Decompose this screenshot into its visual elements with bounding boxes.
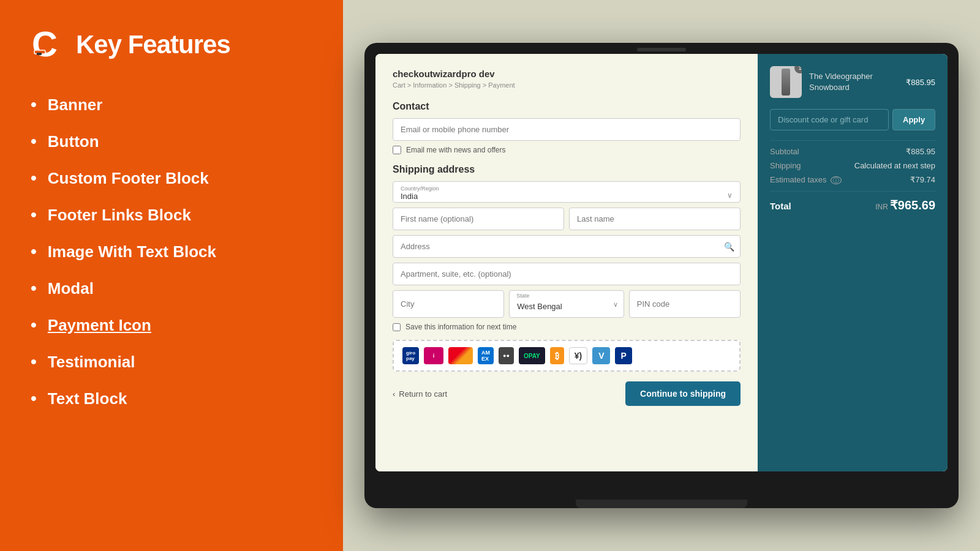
newsletter-row: Email me with news and offers (393, 146, 741, 154)
total-amount: INR₹965.69 (875, 198, 935, 212)
country-value: India (401, 192, 733, 201)
tax-row: Estimated taxes ⓘ ₹79.74 (770, 175, 935, 185)
bitcoin-icon: ₿ (550, 347, 564, 364)
paypal-icon: P (615, 347, 631, 364)
summary-divider (770, 140, 935, 141)
name-row (393, 208, 741, 230)
return-label: Return to cart (399, 389, 447, 399)
feature-item-footer-links: Footer Links Block (31, 205, 312, 225)
brand-title: Key Features (76, 30, 230, 59)
save-info-row: Save this information for next time (393, 323, 741, 331)
shipping-value: Calculated at next step (854, 161, 935, 170)
address-wrapper: 🔍 (393, 235, 741, 258)
feature-item-custom-footer: Custom Footer Block (31, 168, 312, 188)
feature-item-modal: Modal (31, 279, 312, 298)
tax-value: ₹79.74 (910, 175, 935, 185)
apply-discount-button[interactable]: Apply (892, 109, 935, 130)
product-thumb-inner (782, 69, 790, 96)
checkout-form: checkoutwizardpro dev Cart > Information… (375, 54, 758, 471)
svg-text:C: C (32, 24, 58, 64)
country-field: Country/Region India ∨ (393, 181, 741, 203)
state-wrapper: State West Bengal ∨ (509, 290, 624, 318)
product-badge: 1 (794, 66, 802, 73)
save-info-checkbox[interactable] (393, 323, 401, 331)
product-price: ₹885.95 (906, 78, 935, 87)
laptop-base (576, 500, 747, 508)
tax-info-icon: ⓘ (831, 176, 842, 184)
mastercard-icon (448, 347, 473, 364)
product-name: The Videographer Snowboard (809, 71, 899, 93)
shipping-row: Shipping Calculated at next step (770, 161, 935, 170)
email-input[interactable] (393, 118, 741, 141)
back-arrow-icon: ‹ (393, 389, 395, 399)
feature-item-payment-icon: Payment Icon (31, 315, 312, 335)
subtotal-row: Subtotal ₹885.95 (770, 147, 935, 156)
tax-label: Estimated taxes ⓘ (770, 175, 842, 185)
features-list: Banner Button Custom Footer Block Footer… (31, 95, 312, 408)
payment-icons-strip: giropay i AMEX ●● OPAY ₿ ¥) V P (393, 340, 741, 372)
svg-rect-2 (37, 53, 42, 55)
ideal-icon: i (424, 347, 443, 364)
left-panel: C Key Features Banner Button Custom Foot… (0, 0, 343, 551)
feature-item-banner: Banner (31, 95, 312, 114)
total-currency: INR (875, 203, 888, 211)
feature-item-button: Button (31, 132, 312, 151)
newsletter-label: Email me with news and offers (406, 146, 506, 154)
subtotal-label: Subtotal (770, 147, 799, 156)
country-label: Country/Region (401, 186, 733, 192)
product-thumbnail: 1 (770, 66, 802, 98)
feature-item-testimonial: Testimonial (31, 352, 312, 372)
brand-icon: C (31, 24, 67, 64)
city-input[interactable] (393, 290, 504, 318)
laptop-screen: checkoutwizardpro dev Cart > Information… (375, 54, 948, 471)
total-label: Total (770, 201, 791, 211)
discount-row: Apply (770, 109, 935, 130)
laptop-frame: checkoutwizardpro dev Cart > Information… (364, 43, 959, 508)
brand-header: C Key Features (31, 24, 312, 64)
amex-icon: AMEX (478, 347, 494, 364)
first-name-input[interactable] (393, 208, 564, 230)
country-chevron-icon: ∨ (727, 191, 733, 200)
yen-icon: ¥) (569, 347, 587, 364)
giropay-icon: giropay (402, 347, 419, 364)
opay-icon: OPAY (519, 347, 545, 364)
newsletter-checkbox[interactable] (393, 146, 401, 154)
search-icon: 🔍 (724, 242, 734, 252)
pin-input[interactable] (629, 290, 741, 318)
total-value: ₹965.69 (890, 198, 935, 212)
state-label: State (516, 293, 529, 299)
address-input[interactable] (393, 235, 741, 258)
feature-item-image-text: Image With Text Block (31, 242, 312, 261)
city-state-row: State West Bengal ∨ (393, 290, 741, 318)
discount-input[interactable] (770, 109, 889, 130)
contact-title: Contact (393, 101, 741, 112)
shipping-label: Shipping (770, 161, 801, 170)
laptop-notch (637, 48, 686, 51)
total-divider (770, 191, 935, 192)
form-actions: ‹ Return to cart Continue to shipping (393, 381, 741, 406)
product-row: 1 The Videographer Snowboard ₹885.95 (770, 66, 935, 98)
shipping-title: Shipping address (393, 164, 741, 175)
breadcrumb: Cart > Information > Shipping > Payment (393, 81, 741, 89)
last-name-input[interactable] (569, 208, 741, 230)
venmo-icon: V (592, 347, 610, 364)
db-icon: ●● (499, 347, 514, 364)
feature-item-text-block: Text Block (31, 389, 312, 408)
continue-to-shipping-button[interactable]: Continue to shipping (625, 381, 741, 406)
save-info-label: Save this information for next time (405, 323, 516, 331)
subtotal-value: ₹885.95 (906, 147, 935, 156)
store-name: checkoutwizardpro dev (393, 69, 741, 79)
return-to-cart-link[interactable]: ‹ Return to cart (393, 389, 447, 399)
apartment-input[interactable] (393, 263, 741, 285)
right-panel: checkoutwizardpro dev Cart > Information… (343, 0, 980, 551)
total-row: Total INR₹965.69 (770, 198, 935, 212)
order-summary: 1 The Videographer Snowboard ₹885.95 App… (758, 54, 948, 471)
